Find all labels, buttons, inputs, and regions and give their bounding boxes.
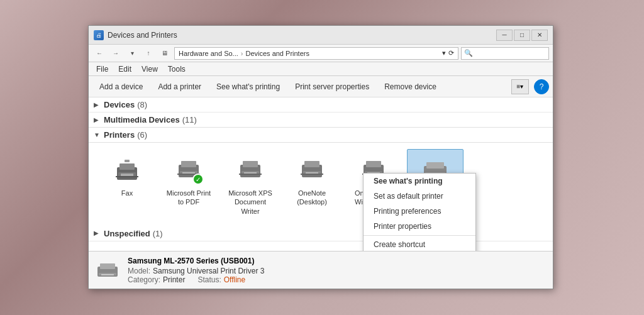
path-dropdown[interactable]: ▾ <box>442 49 446 57</box>
svg-rect-1 <box>119 163 135 170</box>
svg-rect-7 <box>181 161 196 167</box>
minimize-button[interactable]: ─ <box>496 30 513 41</box>
maximize-button[interactable]: □ <box>514 30 530 41</box>
ctx-set-default[interactable]: Set as default printer <box>364 189 475 204</box>
svg-rect-22 <box>366 161 381 167</box>
explorer-icon: 🖥 <box>158 47 172 60</box>
ctx-create-shortcut[interactable]: Create shortcut <box>364 237 475 251</box>
devices-section-title: Devices <box>104 100 135 109</box>
svg-rect-12 <box>243 161 258 167</box>
forward-button[interactable]: → <box>109 47 123 60</box>
status-model-row: Model: Samsung Universal Print Driver 3 <box>128 267 264 275</box>
title-bar: 🖨 Devices and Printers ─ □ ✕ <box>89 26 553 45</box>
search-box[interactable]: 🔍 <box>461 47 549 60</box>
status-bar: Samsung ML-2570 Series (USB001) Model: S… <box>89 251 553 289</box>
svg-rect-19 <box>306 172 318 174</box>
printers-section-header[interactable]: ▼ Printers (6) <box>89 128 553 143</box>
path-separator: › <box>241 50 243 57</box>
unspecified-section-title: Unspecified <box>104 229 150 238</box>
onenote-desktop-icon-container <box>296 153 328 186</box>
menu-tools[interactable]: Tools <box>163 64 191 75</box>
up-button[interactable]: ↑ <box>142 47 155 60</box>
printer-ms-pdf[interactable]: ✓ Microsoft Print to PDF <box>160 149 217 220</box>
ms-pdf-icon-container: ✓ <box>172 153 205 186</box>
svg-rect-32 <box>100 263 115 269</box>
printers-count: (6) <box>137 130 147 140</box>
help-button[interactable]: ? <box>534 79 549 94</box>
svg-rect-17 <box>304 161 319 167</box>
ctx-printer-props[interactable]: Printer properties <box>364 219 475 234</box>
status-device-name: Samsung ML-2570 Series (USB001) <box>128 257 264 265</box>
multimedia-chevron: ▶ <box>94 116 101 124</box>
default-printer-badge: ✓ <box>192 174 204 185</box>
devices-chevron: ▶ <box>94 101 101 109</box>
ms-pdf-label: Microsoft Print to PDF <box>164 189 214 207</box>
status-category-value: Printer <box>163 275 185 284</box>
ms-xps-label: Microsoft XPS Document Writer <box>225 189 275 216</box>
menu-file[interactable]: File <box>91 64 113 75</box>
window-controls: ─ □ ✕ <box>496 30 548 41</box>
fax-svg <box>112 155 142 185</box>
status-category-row: Category: Printer Status: Offline <box>128 275 264 284</box>
window-title: Devices and Printers <box>108 31 496 40</box>
menu-bar: File Edit View Tools <box>89 62 553 76</box>
address-bar: ← → ▾ ↑ 🖥 Hardware and So... › Devices a… <box>89 45 553 62</box>
onenote-desktop-label: OneNote (Desktop) <box>287 189 337 207</box>
ms-xps-icon-container <box>234 153 267 186</box>
refresh-icon[interactable]: ⟳ <box>448 49 454 57</box>
toolbar: Add a device Add a printer See what's pr… <box>89 76 553 97</box>
print-server-properties-button[interactable]: Print server properties <box>288 79 376 95</box>
devices-section-header[interactable]: ▶ Devices (8) <box>89 97 553 113</box>
status-status-value: Offline <box>224 275 245 284</box>
multimedia-count: (11) <box>182 115 197 124</box>
printer-onenote-desktop[interactable]: OneNote (Desktop) <box>284 149 340 220</box>
svg-rect-9 <box>182 172 195 174</box>
ctx-see-printing[interactable]: See what's printing <box>364 174 475 189</box>
printer-ms-xps[interactable]: Microsoft XPS Document Writer <box>222 149 279 220</box>
unspecified-count: (1) <box>153 229 163 238</box>
svg-rect-5 <box>125 160 130 162</box>
devices-printers-window: 🖨 Devices and Printers ─ □ ✕ ← → ▾ ↑ 🖥 H… <box>88 25 553 289</box>
see-what-printing-button[interactable]: See what's printing <box>209 79 287 95</box>
printers-content: Fax ✓ Microsoft Print to PDF <box>89 143 553 226</box>
devices-count: (8) <box>137 100 147 109</box>
close-button[interactable]: ✕ <box>531 30 548 41</box>
multimedia-section-title: Multimedia Devices <box>104 115 180 124</box>
status-category-label: Category: <box>128 275 160 284</box>
content-area: ▶ Devices (8) ▶ Multimedia Devices (11) … <box>89 97 553 251</box>
fax-icon-container <box>111 153 143 186</box>
unspecified-section-header[interactable]: ▶ Unspecified (1) <box>89 226 553 241</box>
status-model-value: Samsung Universal Print Driver 3 <box>153 267 264 275</box>
status-status-label: Status: <box>197 275 221 284</box>
help-icon: ? <box>540 82 544 91</box>
multimedia-section-header[interactable]: ▶ Multimedia Devices (11) <box>89 113 553 128</box>
window-icon: 🖨 <box>94 30 104 40</box>
ctx-divider-1 <box>364 235 475 236</box>
recent-button[interactable]: ▾ <box>125 47 139 60</box>
path-root: Hardware and So... <box>179 50 238 57</box>
view-mode-button[interactable]: ≡ ▾ <box>511 79 529 94</box>
fax-label: Fax <box>121 189 133 197</box>
svg-rect-14 <box>244 172 257 174</box>
address-path[interactable]: Hardware and So... › Devices and Printer… <box>174 47 458 60</box>
svg-rect-34 <box>101 274 114 275</box>
onenote-desktop-svg <box>297 155 327 185</box>
menu-edit[interactable]: Edit <box>113 64 136 75</box>
svg-rect-4 <box>116 176 138 177</box>
printers-section-title: Printers <box>104 130 135 140</box>
menu-view[interactable]: View <box>136 64 163 75</box>
printers-chevron: ▼ <box>94 131 101 139</box>
remove-device-button[interactable]: Remove device <box>377 79 443 95</box>
svg-rect-15 <box>239 174 262 175</box>
search-icon: 🔍 <box>464 49 473 57</box>
ms-xps-svg <box>235 155 265 185</box>
printer-fax[interactable]: Fax <box>99 149 155 220</box>
add-device-button[interactable]: Add a device <box>92 79 150 95</box>
svg-rect-27 <box>426 162 444 169</box>
status-model-label: Model: <box>128 267 150 275</box>
path-current: Devices and Printers <box>245 50 309 57</box>
ctx-printing-prefs[interactable]: Printing preferences <box>364 204 475 219</box>
back-button[interactable]: ← <box>92 47 106 60</box>
svg-rect-3 <box>121 174 133 176</box>
add-printer-button[interactable]: Add a printer <box>151 79 208 95</box>
